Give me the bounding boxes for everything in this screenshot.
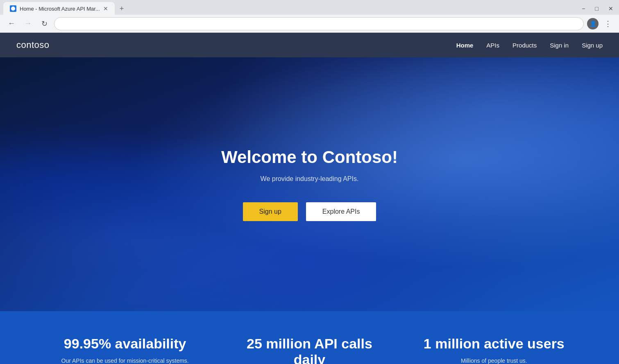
nav-products[interactable]: Products [512,42,537,49]
nav-bar: ← → ↻ 👤 ⋮ [0,15,619,33]
hero-section: Welcome to Contoso! We provide industry-… [0,57,619,311]
hero-subtitle: We provide industry-leading APIs. [261,175,359,183]
stat-item-calls: 25 million API calls daily Our APIs defi… [217,336,401,364]
stat-desc-users: Millions of people trust us. [418,357,570,364]
minimize-button[interactable]: − [579,5,587,13]
stat-desc-availability: Our APIs can be used for mission-critica… [49,357,201,364]
menu-button[interactable]: ⋮ [602,18,614,30]
stat-item-availability: 99.95% availability Our APIs can be used… [33,336,217,364]
profile-button[interactable]: 👤 [587,18,599,29]
tab-title: Home - Microsoft Azure API Mar... [20,6,100,12]
address-bar[interactable] [54,17,584,30]
stat-number-availability: 99.95% availability [49,336,201,352]
signup-button[interactable]: Sign up [243,202,298,221]
nav-signin[interactable]: Sign in [550,42,569,49]
browser-chrome: Home - Microsoft Azure API Mar... ✕ + − … [0,0,619,33]
site-header: contoso Home APIs Products Sign in Sign … [0,33,619,57]
title-bar: Home - Microsoft Azure API Mar... ✕ + − … [0,0,619,15]
window-controls: − □ ✕ [579,5,616,13]
site-nav: Home APIs Products Sign in Sign up [456,42,603,49]
hero-title: Welcome to Contoso! [221,147,398,167]
tab-bar: Home - Microsoft Azure API Mar... ✕ + [3,2,129,15]
maximize-button[interactable]: □ [593,5,601,13]
explore-apis-button[interactable]: Explore APIs [306,202,376,221]
nav-signup[interactable]: Sign up [582,42,603,49]
stats-section: 99.95% availability Our APIs can be used… [0,311,619,364]
reload-button[interactable]: ↻ [38,17,51,30]
close-button[interactable]: ✕ [606,5,616,13]
forward-button[interactable]: → [21,17,34,30]
stat-item-users: 1 million active users Millions of peopl… [402,336,586,364]
hero-buttons: Sign up Explore APIs [243,202,376,221]
back-button[interactable]: ← [5,17,18,30]
new-tab-button[interactable]: + [115,2,129,15]
stat-number-users: 1 million active users [418,336,570,352]
nav-home[interactable]: Home [456,42,474,49]
site-logo: contoso [16,40,50,50]
tab-favicon [10,5,16,12]
tab-close-button[interactable]: ✕ [103,6,108,11]
nav-apis[interactable]: APIs [486,42,499,49]
active-tab[interactable]: Home - Microsoft Azure API Mar... ✕ [3,2,115,15]
site-content: contoso Home APIs Products Sign in Sign … [0,33,619,364]
stat-number-calls: 25 million API calls daily [234,336,385,364]
